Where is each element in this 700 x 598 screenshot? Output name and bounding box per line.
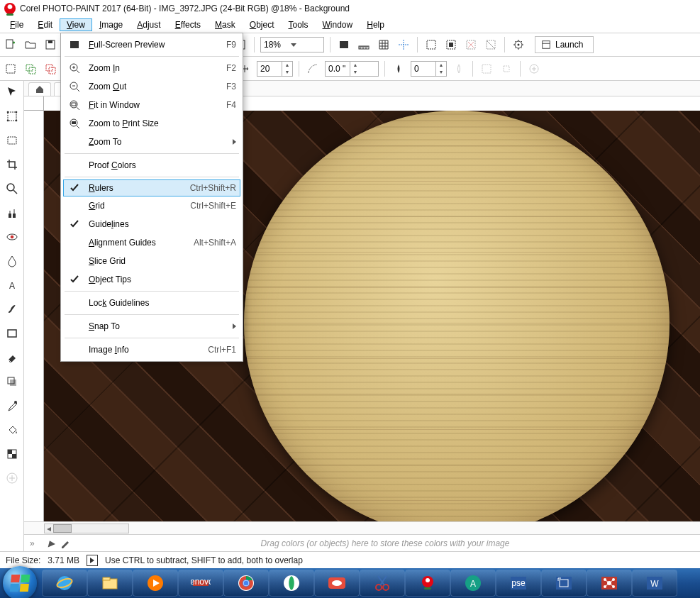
menu-object[interactable]: Object: [243, 18, 282, 31]
taskbar-ie[interactable]: [43, 570, 87, 596]
menu-edit[interactable]: Edit: [30, 18, 60, 31]
svg-point-31: [6, 111, 9, 113]
svg-rect-47: [8, 450, 12, 454]
ruler-origin[interactable]: [24, 96, 44, 111]
menu-item-image-info[interactable]: Image InfoCtrl+F1: [63, 340, 240, 359]
zoom-combo[interactable]: 18%: [260, 37, 324, 52]
rectangle-mask-tool[interactable]: [4, 132, 21, 149]
taskbar-font-manager[interactable]: A: [451, 570, 495, 596]
menu-item-fit-in-window[interactable]: Fit in WindowF4: [63, 96, 240, 114]
taskbar-capture[interactable]: [542, 570, 586, 596]
brush-tool[interactable]: [4, 301, 21, 318]
mask-marquee-button[interactable]: [443, 37, 459, 52]
show-rulers-button[interactable]: [356, 37, 372, 52]
menu-item-snap-to[interactable]: Snap To: [63, 317, 240, 336]
rectangle-tool[interactable]: [4, 325, 21, 342]
subtractive-mask-mode[interactable]: [43, 61, 58, 77]
opacity-spinner[interactable]: 0▲▼: [411, 61, 447, 77]
menu-item-grid[interactable]: GridCtrl+Shift+E: [63, 196, 240, 215]
menu-item-zoom-to[interactable]: Zoom To: [63, 133, 240, 151]
show-grid-button[interactable]: [376, 37, 391, 52]
menu-item-rulers[interactable]: RulersCtrl+Shift+R: [63, 179, 240, 196]
svg-rect-21: [543, 41, 550, 49]
separator: [384, 61, 385, 77]
menu-mask[interactable]: Mask: [208, 18, 243, 31]
feather-spinner[interactable]: 0.0 "▲▼: [325, 61, 379, 77]
options-button[interactable]: [511, 37, 526, 52]
taskbar-word[interactable]: W: [633, 570, 677, 596]
taskbar-cloud[interactable]: [315, 570, 359, 596]
eyedropper-tool[interactable]: [4, 397, 21, 414]
menu-item-zoom-to-print-size[interactable]: Zoom to Print Size: [63, 114, 240, 133]
full-screen-button[interactable]: [336, 37, 352, 52]
menu-item-zoom-in[interactable]: Zoom InF2: [63, 59, 240, 77]
liquid-tool[interactable]: [4, 253, 21, 270]
windows-taskbar: lenovoApseW: [0, 568, 700, 598]
shrink-button[interactable]: [499, 61, 514, 77]
menu-file[interactable]: File: [3, 18, 30, 31]
menu-item-zoom-out[interactable]: Zoom OutF3: [63, 77, 240, 96]
show-guidelines-button[interactable]: [396, 37, 411, 52]
taskbar-media[interactable]: [133, 570, 177, 596]
taskbar-lenovo[interactable]: lenovo: [179, 570, 223, 596]
pick-tool[interactable]: [4, 84, 21, 101]
menu-item-proof-colors[interactable]: Proof Colors: [63, 156, 240, 175]
add-button[interactable]: [526, 61, 542, 77]
play-icon[interactable]: [87, 555, 98, 566]
add-tool[interactable]: [4, 470, 21, 487]
text-tool[interactable]: A: [4, 277, 21, 294]
start-button[interactable]: [3, 566, 37, 598]
mask-transform-tool[interactable]: [4, 108, 21, 125]
taskbar-chrome[interactable]: [224, 570, 268, 596]
save-button[interactable]: [43, 37, 58, 52]
menu-window[interactable]: Window: [316, 18, 360, 31]
taskbar-pse[interactable]: pse: [496, 570, 540, 596]
welcome-tab[interactable]: [28, 82, 51, 96]
menu-item-guidelines[interactable]: Guidelines: [63, 215, 240, 233]
launch-icon: [541, 40, 551, 50]
zoom-tool[interactable]: [4, 180, 21, 197]
expand-button[interactable]: [479, 61, 494, 77]
svg-rect-14: [427, 40, 435, 49]
taskbar-explorer[interactable]: [88, 570, 132, 596]
crop-tool[interactable]: [4, 156, 21, 173]
launch-button[interactable]: Launch: [535, 36, 594, 53]
color-dock[interactable]: » ▶ Drag colors (or objects) here to sto…: [24, 534, 700, 551]
menu-view[interactable]: View: [60, 18, 92, 31]
eraser-tool[interactable]: [4, 349, 21, 366]
menu-adjust[interactable]: Adjust: [130, 18, 167, 31]
clone-tool[interactable]: [4, 204, 21, 221]
vertical-ruler[interactable]: [24, 111, 44, 521]
open-button[interactable]: [23, 37, 38, 52]
new-button[interactable]: [3, 37, 18, 52]
clear-mask-button[interactable]: [463, 37, 479, 52]
size-spinner[interactable]: 20▲▼: [257, 61, 293, 77]
drop-shadow-tool[interactable]: [4, 373, 21, 390]
menu-tools[interactable]: Tools: [282, 18, 316, 31]
rect-mask-mode[interactable]: [3, 61, 18, 77]
menu-item-slice-grid[interactable]: Slice Grid: [63, 252, 240, 270]
launch-label: Launch: [555, 40, 583, 50]
taskbar-corel-connect[interactable]: [270, 570, 313, 596]
menu-item-object-tips[interactable]: Object Tips: [63, 270, 240, 289]
menu-help[interactable]: Help: [360, 18, 391, 31]
transparency-tool[interactable]: [4, 445, 21, 463]
svg-rect-90: [72, 121, 76, 124]
invert-mask-button[interactable]: [483, 37, 499, 52]
svg-text:lenovo: lenovo: [191, 577, 211, 587]
filesize-label: File Size:: [6, 555, 40, 565]
red-eye-tool[interactable]: [4, 228, 21, 245]
menu-image[interactable]: Image: [92, 18, 130, 31]
mask-overlay-button[interactable]: [423, 37, 439, 52]
expand-dock-icon[interactable]: »: [30, 538, 43, 548]
fill-tool[interactable]: [4, 421, 21, 438]
horizontal-scrollbar[interactable]: ◂: [44, 524, 129, 533]
additive-mask-mode[interactable]: [23, 61, 38, 77]
taskbar-snip[interactable]: [360, 570, 404, 596]
taskbar-photo-paint[interactable]: [406, 570, 450, 596]
menu-effects[interactable]: Effects: [168, 18, 208, 31]
menu-item-lock-guidelines[interactable]: Lock Guidelines: [63, 294, 240, 312]
menu-item-alignment-guides[interactable]: Alignment GuidesAlt+Shift+A: [63, 233, 240, 252]
taskbar-connect2[interactable]: [587, 570, 631, 596]
menu-item-full-screen-preview[interactable]: Full-Screen PreviewF9: [63, 35, 240, 54]
